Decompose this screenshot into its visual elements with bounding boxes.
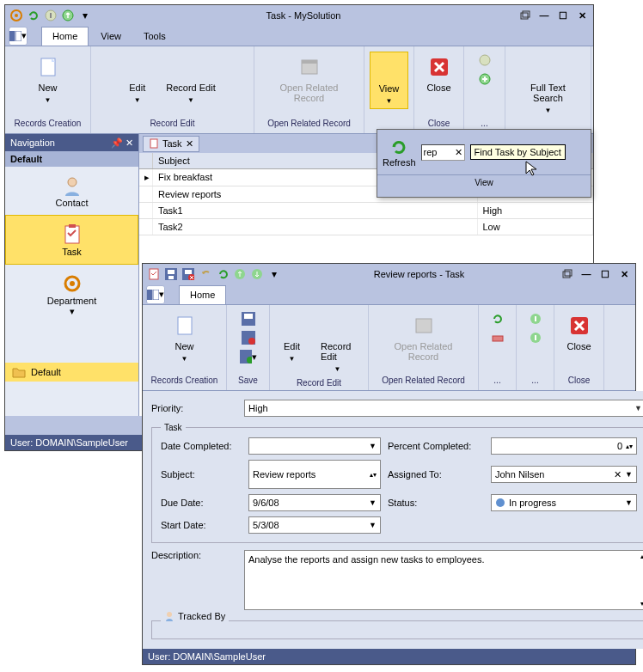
due-date-input[interactable]: 9/6/08▼: [248, 494, 381, 511]
save-icon[interactable]: [163, 266, 179, 282]
up-icon[interactable]: [232, 266, 248, 282]
navigation-pane: Navigation📌 ✕ Default Contact Task Depar…: [5, 134, 139, 416]
priority-label: Priority:: [151, 403, 237, 413]
maximize-button[interactable]: ☐: [597, 268, 613, 280]
save-close-icon[interactable]: [181, 266, 196, 282]
settings-icon[interactable]: [9, 8, 24, 23]
clear-icon[interactable]: ✕: [455, 147, 462, 158]
cursor-icon: [525, 161, 539, 178]
new-label: New: [38, 82, 57, 93]
tracked-by-group: Tracked By: [161, 611, 229, 621]
table-row[interactable]: Task2Low: [139, 219, 593, 235]
svg-point-12: [480, 55, 490, 65]
refresh-small-icon[interactable]: [489, 310, 506, 327]
svg-rect-4: [521, 13, 528, 19]
percent-completed-input[interactable]: 0▴▾: [491, 437, 637, 455]
tab-home[interactable]: Home: [179, 285, 226, 304]
task-group-label: Task: [161, 423, 186, 432]
open-related-record-button: Open Related Record: [374, 310, 473, 365]
ribbon: New▼ Records Creation Edit▼ Record Edit▼…: [5, 46, 593, 134]
edit-button[interactable]: Edit▼: [275, 310, 309, 366]
table-row[interactable]: Task1High: [139, 203, 593, 219]
description-textarea[interactable]: Analyse the reports and assign new tasks…: [244, 550, 643, 610]
navigation-header: Navigation📌 ✕: [5, 134, 138, 151]
open-related-record-button: Open Related Record: [260, 52, 358, 107]
pin-icon[interactable]: 📌 ✕: [111, 137, 133, 149]
svg-rect-22: [168, 270, 175, 274]
prev-icon[interactable]: [43, 8, 58, 23]
undo-icon[interactable]: [198, 266, 213, 282]
close-record-button[interactable]: Close: [418, 52, 459, 96]
down-icon[interactable]: [249, 266, 265, 282]
svg-rect-5: [523, 11, 530, 17]
tab-tools[interactable]: Tools: [133, 27, 176, 46]
close-button2[interactable]: Close: [558, 310, 599, 355]
subject-input[interactable]: Review reports▴▾: [248, 460, 381, 489]
svg-rect-33: [178, 317, 192, 334]
record-edit-button[interactable]: Record Edit▼: [312, 310, 363, 376]
fulltext-search-button[interactable]: Full Text Search▼: [511, 52, 585, 118]
info-icon[interactable]: [476, 52, 493, 69]
status-bar2: User: DOMAIN\SampleUser: [143, 649, 635, 664]
detail-window: ▾ Review reports - Task — ☐ ✕ ▾ Home New…: [142, 263, 636, 665]
status-input[interactable]: In progress▼: [491, 494, 637, 511]
record-edit-button[interactable]: Record Edit▼: [157, 52, 224, 107]
prev-small-icon[interactable]: [527, 310, 544, 327]
svg-rect-41: [493, 336, 503, 341]
svg-rect-16: [69, 224, 76, 228]
assigned-to-input[interactable]: John Nilsen✕▼: [491, 466, 637, 483]
close-button[interactable]: ✕: [574, 9, 590, 21]
view-popup: Refresh ✕ Find Task by Subject View: [377, 129, 591, 198]
svg-point-37: [248, 338, 255, 345]
titlebar2[interactable]: ▾ Review reports - Task — ☐ ✕: [143, 264, 635, 284]
restore-icon[interactable]: [517, 9, 533, 21]
dropdown-icon[interactable]: ▾: [266, 266, 282, 282]
svg-rect-31: [147, 290, 152, 300]
nav-item-contact[interactable]: Contact: [5, 167, 138, 215]
svg-rect-40: [416, 319, 432, 333]
svg-rect-23: [168, 276, 174, 279]
next-icon[interactable]: [60, 8, 76, 23]
svg-rect-32: [153, 290, 159, 300]
close-button[interactable]: ✕: [616, 268, 632, 280]
minimize-button[interactable]: —: [579, 268, 594, 280]
erase-icon[interactable]: [489, 329, 506, 346]
layout-button[interactable]: ▾: [146, 285, 165, 304]
refresh-icon[interactable]: [26, 8, 41, 23]
nav-item-task[interactable]: Task: [5, 215, 138, 265]
svg-rect-29: [563, 272, 570, 278]
window2-title: Review reports - Task: [284, 269, 554, 279]
restore-icon[interactable]: [560, 268, 575, 280]
date-completed-input[interactable]: ▼: [248, 437, 381, 455]
new-button[interactable]: New▼: [164, 310, 205, 366]
search-input[interactable]: ✕: [421, 144, 465, 161]
save-close-small-icon[interactable]: [240, 329, 257, 346]
tab-view[interactable]: View: [90, 27, 132, 46]
next-small-icon[interactable]: [527, 329, 544, 346]
close-tab-icon[interactable]: ✕: [186, 138, 193, 150]
maximize-button[interactable]: ☐: [555, 9, 571, 21]
priority-dropdown[interactable]: High▼: [244, 400, 643, 417]
minimize-button[interactable]: —: [536, 9, 552, 21]
layout-button[interactable]: ▾: [9, 27, 28, 46]
edit-button[interactable]: Edit▼: [120, 52, 154, 107]
save-small-icon[interactable]: [240, 310, 257, 327]
nav-folder-default[interactable]: Default: [5, 363, 138, 382]
svg-point-18: [70, 281, 75, 286]
start-date-input[interactable]: 5/3/08▼: [248, 516, 381, 534]
nav-category[interactable]: Default: [5, 151, 138, 167]
new-button[interactable]: New▼: [28, 52, 69, 107]
refresh-icon[interactable]: [215, 266, 230, 282]
quick-access-bar: ▾ Home View Tools: [5, 26, 593, 46]
add-icon[interactable]: [476, 70, 493, 88]
refresh-button[interactable]: Refresh: [383, 137, 416, 168]
window-title: Task - MySolution: [95, 10, 512, 21]
view-button[interactable]: View▼: [370, 52, 409, 109]
grid-tab-task[interactable]: Task✕: [143, 136, 199, 152]
tab-home[interactable]: Home: [41, 27, 89, 46]
nav-item-department[interactable]: Department ▾: [5, 265, 138, 324]
save-new-small-icon[interactable]: ▾: [240, 348, 257, 365]
svg-rect-6: [9, 31, 15, 41]
titlebar[interactable]: ▾ Task - MySolution — ☐ ✕: [5, 5, 593, 26]
dropdown-icon[interactable]: ▾: [77, 8, 93, 23]
